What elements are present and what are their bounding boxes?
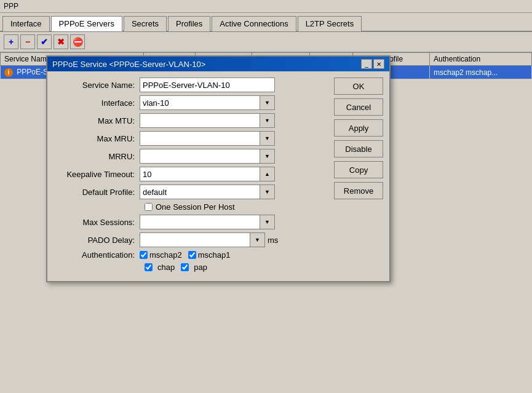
col-authentication[interactable]: Authentication [430,53,532,66]
interface-input-group: ▼ [140,95,275,110]
max-sessions-input-group: ▼ [140,215,275,229]
default-profile-input-group: ▼ [140,185,275,199]
auth-pap-item: pap [181,263,207,272]
tab-secrets[interactable]: Secrets [124,16,167,31]
dialog-close-button[interactable]: ✕ [373,59,384,69]
default-profile-dropdown-arrow[interactable]: ▼ [260,185,275,199]
cell-authentication: mschap2 mschap... [430,66,532,79]
pppoe-service-dialog: PPPoE Service <PPPoE-Server-VLAN-10> _ ✕… [46,55,391,282]
auth-mschap1-checkbox[interactable] [188,251,196,259]
auth-pap-label: pap [194,263,207,272]
dialog-titlebar: PPPoE Service <PPPoE-Server-VLAN-10> _ ✕ [47,57,389,71]
auth-mschap2-label: mschap2 [149,250,182,260]
filter-button[interactable]: ⛔ [70,34,85,49]
max-mtu-row: Max MTU: ▼ [54,113,328,128]
default-profile-input[interactable] [140,185,260,199]
mrru-input-group: ▼ [140,149,275,164]
pado-ms-label: ms [268,236,278,245]
pado-delay-input-group: ▼ ms [140,232,278,247]
dialog-title: PPPoE Service <PPPoE-Server-VLAN-10> [52,60,205,69]
max-mru-input[interactable] [140,131,260,146]
dialog-form: Service Name: Interface: ▼ Max MTU: [54,77,328,275]
tab-profiles[interactable]: Profiles [168,16,210,31]
apply-button[interactable]: Apply [334,119,383,137]
tab-pppoe-servers[interactable]: PPPoE Servers [51,16,122,31]
toolbar: + − ✔ ✖ ⛔ [0,32,532,52]
max-mru-row: Max MRU: ▼ [54,131,328,146]
max-mru-input-group: ▼ [140,131,275,146]
dialog-cancel-button[interactable]: Cancel [334,98,383,116]
mrru-label: MRRU: [54,152,140,161]
pado-delay-label: PADO Delay: [54,236,140,245]
keepalive-row: Keepalive Timeout: ▲ [54,167,328,181]
max-sessions-label: Max Sessions: [54,218,140,227]
service-name-row: Service Name: [54,77,328,92]
keepalive-input[interactable] [140,167,260,181]
max-sessions-dropdown-arrow[interactable]: ▼ [260,215,275,229]
interface-dropdown-arrow[interactable]: ▼ [260,95,275,110]
interface-label: Interface: [54,98,140,108]
mrru-input[interactable] [140,149,260,164]
max-mru-dropdown-arrow[interactable]: ▼ [260,131,275,146]
dialog-titlebar-buttons: _ ✕ [361,59,384,69]
auth-mschap1-label: mschap1 [198,250,231,260]
row-status-icon: i [4,68,13,77]
max-mtu-input[interactable] [140,113,260,128]
auth-chap-item: chap [145,263,175,272]
auth-chap-checkbox[interactable] [145,263,153,271]
tab-bar: Interface PPPoE Servers Secrets Profiles… [0,13,532,32]
max-mru-label: Max MRU: [54,134,140,143]
tab-interface[interactable]: Interface [2,16,50,31]
keepalive-input-group: ▲ [140,167,275,181]
keepalive-label: Keepalive Timeout: [54,170,140,179]
service-name-label: Service Name: [54,81,140,90]
max-sessions-input[interactable] [140,215,260,229]
auth-mschap1-item: mschap1 [188,250,231,260]
mrru-dropdown-arrow[interactable]: ▼ [260,149,275,164]
app-title: PPP [4,2,18,10]
pado-delay-row: PADO Delay: ▼ ms [54,232,328,247]
interface-row: Interface: ▼ [54,95,328,110]
copy-button[interactable]: Copy [334,161,383,178]
one-session-row: One Session Per Host [54,202,328,212]
auth-row-1: Authentication: mschap2 mschap1 [54,250,328,260]
max-mtu-input-group: ▼ [140,113,275,128]
service-name-input[interactable] [140,77,275,92]
keepalive-up-arrow[interactable]: ▲ [260,167,275,181]
max-sessions-row: Max Sessions: ▼ [54,215,328,229]
max-mtu-dropdown-arrow[interactable]: ▼ [260,113,275,128]
auth-mschap2-item: mschap2 [140,250,182,260]
pado-delay-dropdown-arrow[interactable]: ▼ [250,232,265,247]
one-session-checkbox[interactable] [145,203,153,211]
default-profile-label: Default Profile: [54,188,140,197]
auth-chap-label: chap [157,263,175,272]
auth-mschap2-checkbox[interactable] [140,251,148,259]
one-session-label: One Session Per Host [156,202,235,212]
check-button[interactable]: ✔ [37,34,52,49]
auth-checks-row1: mschap2 mschap1 [140,250,231,260]
auth-label: Authentication: [54,250,140,260]
auth-pap-checkbox[interactable] [181,263,189,271]
tab-active-connections[interactable]: Active Connections [212,16,296,31]
add-button[interactable]: + [4,34,18,49]
interface-input[interactable] [140,95,260,110]
dialog-buttons: OK Cancel Apply Disable Copy Remove [334,77,383,275]
mrru-row: MRRU: ▼ [54,149,328,164]
content-area: Service Name ▲ Interface Max MTU Max MRU… [0,52,532,393]
auth-row-2: chap pap [54,263,328,272]
pado-delay-input[interactable] [140,232,250,247]
cancel-button[interactable]: ✖ [54,34,68,49]
disable-button[interactable]: Disable [334,140,383,157]
dialog-minimize-button[interactable]: _ [361,59,372,69]
remove-button[interactable]: − [20,34,35,49]
dialog-remove-button[interactable]: Remove [334,182,383,199]
max-mtu-label: Max MTU: [54,116,140,125]
tab-l2tp-secrets[interactable]: L2TP Secrets [298,16,362,31]
dialog-body: Service Name: Interface: ▼ Max MTU: [47,71,389,281]
title-bar: PPP [0,0,532,13]
default-profile-row: Default Profile: ▼ [54,185,328,199]
ok-button[interactable]: OK [334,77,383,95]
